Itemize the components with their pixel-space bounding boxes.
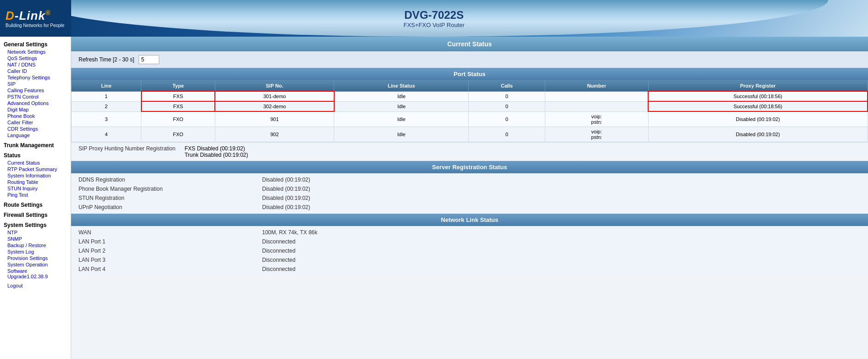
sidebar-item-current-status[interactable]: Current Status [4, 160, 67, 166]
hunting-value-0: FXS Disabled (00:19:02) [185, 145, 248, 152]
network-link-row-1: LAN Port 1Disconnected [78, 237, 861, 246]
cell-status-1: Idle [334, 101, 469, 111]
col-line-status: Line Status [334, 81, 469, 92]
sidebar-item-software-upgrade[interactable]: Software Upgrade1.02.38.9 [4, 268, 67, 280]
cell-status-2: Idle [334, 111, 469, 127]
cell-proxy-register-2: Disabled (00:19:02) [648, 111, 868, 127]
server-reg-value-3: Disabled (00:19:02) [262, 204, 310, 210]
network-link-section: Network Link Status WAN100M, RX 74k, TX … [71, 214, 868, 276]
sidebar-item-routing-table[interactable]: Routing Table [4, 179, 67, 185]
network-link-label-0: WAN [78, 229, 262, 236]
cell-calls-0: 0 [469, 91, 545, 101]
sidebar-section-firewall-settings[interactable]: Firewall Settings [4, 212, 67, 218]
sidebar-item-language[interactable]: Language [4, 132, 67, 138]
server-reg-value-0: Disabled (00:19:02) [262, 177, 310, 183]
network-link-value-2: Disconnected [262, 248, 296, 254]
cell-sip-2: 901 [215, 111, 334, 127]
sidebar-section-route-settings[interactable]: Route Settings [4, 202, 67, 208]
logo-tagline: Building Networks for People [6, 23, 66, 28]
sidebar-item-provision-settings[interactable]: Provision Settings [4, 255, 67, 261]
sidebar-item-digit-map[interactable]: Digit Map [4, 106, 67, 113]
sidebar-item-stun-inquiry[interactable]: STUN Inquiry [4, 185, 67, 192]
cell-calls-3: 0 [469, 127, 545, 142]
network-link-label-2: LAN Port 2 [78, 248, 262, 254]
sidebar-item-sip[interactable]: SIP [4, 81, 67, 87]
server-reg-label-1: Phone Book Manager Registration [78, 186, 262, 192]
sidebar-section-status[interactable]: Status [4, 152, 67, 159]
network-link-label-1: LAN Port 1 [78, 238, 262, 245]
cell-type-2: FXO [141, 111, 215, 127]
col-type: Type [141, 81, 215, 92]
sidebar-item-backup-restore[interactable]: Backup / Restore [4, 242, 67, 249]
sidebar-item-system-log[interactable]: System Log [4, 249, 67, 255]
sidebar-item-pstn-control[interactable]: PSTN Control [4, 94, 67, 100]
sidebar-section-system-settings[interactable]: System Settings [4, 222, 67, 228]
sidebar-item-calling-features[interactable]: Calling Features [4, 87, 67, 94]
network-link-label-3: LAN Port 3 [78, 257, 262, 263]
sidebar-item-ntp[interactable]: NTP [4, 229, 67, 236]
cell-line-2: 3 [72, 111, 141, 127]
server-reg-label-3: UPnP Negotiation [78, 204, 262, 210]
hunting-values: FXS Disabled (00:19:02) Trunk Disabled (… [185, 145, 248, 158]
cell-sip-1: 302-demo [215, 101, 334, 111]
sidebar-item-ping-test[interactable]: Ping Test [4, 192, 67, 198]
refresh-input[interactable] [139, 55, 159, 64]
device-info: DVG-7022S FXS+FXO VoIP Router [403, 9, 465, 28]
network-link-value-3: Disconnected [262, 257, 296, 263]
cell-number-3: voip:pstn: [545, 127, 648, 142]
port-status-table: Line Type SIP No. Line Status Calls Numb… [71, 80, 868, 142]
sidebar-item-phone-book[interactable]: Phone Book [4, 113, 67, 119]
col-number: Number [545, 81, 648, 92]
server-reg-row-0: DDNS RegistrationDisabled (00:19:02) [78, 175, 861, 184]
port-status-header: Port Status [71, 68, 868, 80]
sidebar-item-caller-id[interactable]: Caller ID [4, 68, 67, 74]
network-link-row-4: LAN Port 4Disconnected [78, 265, 861, 274]
cell-number-1 [545, 101, 648, 111]
sidebar-item-telephony-settings[interactable]: Telephony Settings [4, 74, 67, 81]
network-link-value-1: Disconnected [262, 238, 296, 245]
sidebar-section-trunk-management[interactable]: Trunk Management [4, 142, 67, 149]
server-reg-value-2: Disabled (00:19:02) [262, 195, 310, 201]
refresh-label: Refresh Time [2 - 30 s] [78, 56, 134, 63]
refresh-row: Refresh Time [2 - 30 s] [71, 51, 868, 68]
hunting-label: SIP Proxy Hunting Number Registration [78, 145, 175, 152]
sidebar-item-nat-ddns[interactable]: NAT / DDNS [4, 61, 67, 68]
sidebar: General Settings Network Settings QoS Se… [0, 37, 71, 359]
cell-type-1: FXS [141, 101, 215, 111]
cell-calls-2: 0 [469, 111, 545, 127]
sidebar-item-system-operation[interactable]: System Operation [4, 261, 67, 268]
server-registration-section: Server Registration Status DDNS Registra… [71, 161, 868, 214]
sidebar-item-snmp[interactable]: SNMP [4, 236, 67, 242]
header: D-Link® Building Networks for People DVG… [0, 0, 868, 37]
sidebar-item-cdr-settings[interactable]: CDR Settings [4, 126, 67, 132]
hunting-row: SIP Proxy Hunting Number Registration FX… [71, 142, 868, 161]
sidebar-item-system-information[interactable]: System Information [4, 172, 67, 179]
sidebar-item-rtp-packet-summary[interactable]: RTP Packet Summary [4, 166, 67, 172]
cell-line-3: 4 [72, 127, 141, 142]
sidebar-item-advanced-options[interactable]: Advanced Options [4, 100, 67, 106]
device-title: DVG-7022S [403, 9, 465, 22]
server-reg-row-1: Phone Book Manager RegistrationDisabled … [78, 184, 861, 193]
sidebar-item-network-settings[interactable]: Network Settings [4, 49, 67, 55]
sidebar-item-caller-filter[interactable]: Caller Filter [4, 119, 67, 126]
cell-line-0: 1 [72, 91, 141, 101]
server-registration-header: Server Registration Status [71, 161, 868, 173]
cell-type-3: FXO [141, 127, 215, 142]
col-calls: Calls [469, 81, 545, 92]
col-line: Line [72, 81, 141, 92]
cell-sip-3: 902 [215, 127, 334, 142]
network-link-row-3: LAN Port 3Disconnected [78, 255, 861, 265]
server-reg-value-1: Disabled (00:19:02) [262, 186, 310, 192]
cell-type-0: FXS [141, 91, 215, 101]
cell-calls-1: 0 [469, 101, 545, 111]
sidebar-item-logout[interactable]: Logout [4, 282, 67, 289]
cell-line-1: 2 [72, 101, 141, 111]
sidebar-item-qos-settings[interactable]: QoS Settings [4, 55, 67, 61]
network-link-value-0: 100M, RX 74k, TX 86k [262, 229, 318, 236]
main-content: Current Status Refresh Time [2 - 30 s] P… [71, 37, 868, 359]
hunting-value-1: Trunk Disabled (00:19:02) [185, 152, 248, 158]
sidebar-section-general-settings[interactable]: General Settings [4, 41, 67, 48]
cell-sip-0: 301-demo [215, 91, 334, 101]
server-reg-row-3: UPnP NegotiationDisabled (00:19:02) [78, 203, 861, 212]
server-reg-label-2: STUN Registration [78, 195, 262, 201]
